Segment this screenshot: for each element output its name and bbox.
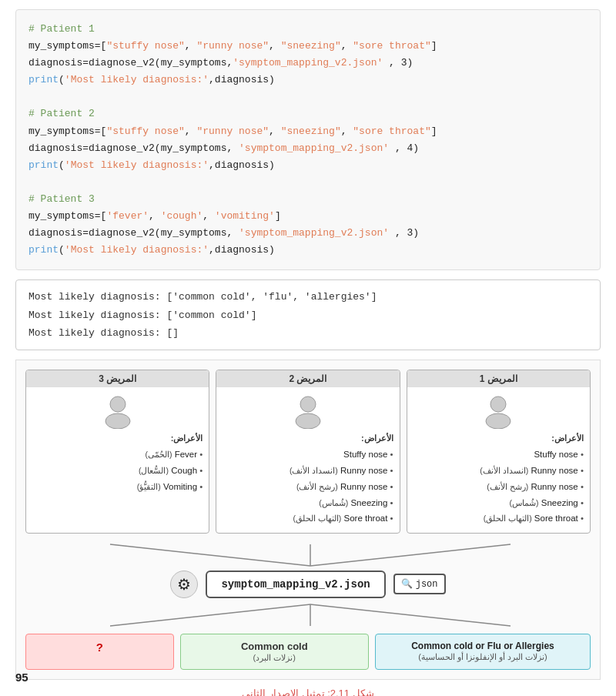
svg-line-6 [110, 544, 310, 566]
output-line2: Most likely diagnosis: ['common cold'] [28, 306, 588, 324]
patient3-avatar [99, 392, 136, 429]
comment-patient2: # Patient 2 [28, 108, 95, 119]
mapping-filename: symptom_mapping_v2.json [221, 578, 370, 591]
svg-point-1 [105, 413, 130, 429]
patient1-symptoms-list: Stuffy nose Runny nose (انسداد الأنف) Ru… [413, 447, 584, 526]
svg-point-2 [300, 397, 316, 412]
patient3-symptom-1: Fever (الحُمّى) [32, 447, 203, 463]
patient1-section: # Patient 1 my_symptoms=["stuffy nose", … [28, 21, 588, 89]
connector-lines-bottom [25, 604, 591, 627]
mapping-file-box: symptom_mapping_v2.json [206, 571, 385, 598]
json-badge: 🔍 json [393, 574, 446, 594]
patient3-symptoms-list: Fever (الحُمّى) Cough (السُّعال) Vomitin… [32, 447, 203, 494]
patient3-header: المريض 3 [26, 370, 209, 387]
diagram-area: المريض 3 الأعراض: Fever (الحُمّى) Cough … [15, 360, 601, 679]
patient2-symptom-1: Stuffy nose [223, 447, 393, 463]
comment-patient3: # Patient 3 [28, 193, 95, 205]
result-box-common-cold: Common cold (نزلات البرد) [180, 634, 369, 670]
comment-patient1: # Patient 1 [28, 23, 95, 35]
result2-en: Common cold [187, 641, 362, 652]
svg-line-8 [310, 544, 511, 566]
patient1-symptom-5: Sore throat (التهاب الحلق) [413, 510, 584, 527]
patient2-symptom-3: Runny nose (رشح الأنف) [223, 479, 393, 495]
output-block: Most likely diagnosis: ['common cold', '… [15, 279, 601, 350]
svg-point-3 [296, 413, 320, 429]
patient1-header: المريض 1 [407, 370, 590, 387]
result3-en: Common cold or Flu or Allergies [382, 641, 584, 651]
result2-ar: (نزلات البرد) [253, 653, 296, 662]
patient1-line2: diagnosis=diagnose_v2(my_symptoms,'sympt… [28, 57, 413, 69]
output-line3: Most likely diagnosis: [] [28, 324, 588, 342]
svg-point-0 [110, 397, 126, 412]
patient1-line3: print('Most likely diagnosis:',diagnosis… [28, 74, 275, 85]
figure-caption: شكل 2.11: تمثيل الإصدار الثاني [15, 688, 601, 696]
patient1-avatar [480, 392, 517, 429]
patient3-symptoms-title: الأعراض: [32, 433, 203, 443]
patient-cards-row: المريض 3 الأعراض: Fever (الحُمّى) Cough … [25, 370, 591, 533]
patient2-symptom-2: Runny nose (انسداد الأنف) [223, 463, 393, 479]
patient3-line2: diagnosis=diagnose_v2(my_symptoms, 'symp… [28, 227, 419, 239]
connector-lines-top [25, 544, 591, 567]
svg-point-4 [490, 397, 506, 412]
result1-label: ? [96, 641, 103, 654]
svg-point-5 [486, 413, 511, 429]
search-icon: 🔍 [401, 578, 413, 590]
gear-icon: ⚙ [170, 571, 198, 598]
patient-card-2: المريض 2 الأعراض: Stuffy nose Runny nose… [216, 370, 400, 533]
patient2-symptoms-list: Stuffy nose Runny nose (انسداد الأنف) Ru… [223, 447, 393, 526]
patient2-symptom-4: Sneezing (شُماس) [223, 495, 393, 511]
output-line1: Most likely diagnosis: ['common cold', '… [28, 288, 588, 306]
svg-line-9 [110, 604, 310, 626]
result-box-multi-diagnosis: Common cold or Flu or Allergies (نزلات ا… [375, 634, 591, 670]
patient3-symptom-2: Cough (السُّعال) [32, 463, 203, 479]
patient-card-1: المريض 1 الأعراض: Stuffy nose Runny nose… [407, 370, 591, 533]
patient3-symptom-3: Vomiting (التقيُّؤ) [32, 479, 203, 495]
patient1-symptom-4: Sneezing (شُماس) [413, 495, 584, 511]
patient2-section: # Patient 2 my_symptoms=["stuffy nose", … [28, 105, 588, 173]
patient2-line1: my_symptoms=["stuffy nose", "runny nose"… [28, 125, 437, 137]
result-box-unknown: ? [25, 634, 174, 670]
patient-card-3: المريض 3 الأعراض: Fever (الحُمّى) Cough … [25, 370, 209, 533]
json-label: json [416, 579, 438, 590]
patient1-symptom-2: Runny nose (انسداد الأنف) [413, 463, 584, 479]
result3-ar: (نزلات البرد أو الإنفلونزا أو الحساسية) [418, 652, 547, 661]
results-row: ? Common cold (نزلات البرد) Common cold … [25, 634, 591, 670]
svg-line-11 [310, 604, 511, 626]
patient3-line3: print('Most likely diagnosis:',diagnosis… [28, 244, 275, 256]
patient2-symptom-5: Sore throat (التهاب الحلق) [223, 510, 393, 527]
patient2-line2: diagnosis=diagnose_v2(my_symptoms, 'symp… [28, 142, 419, 154]
patient1-symptom-1: Stuffy nose [413, 447, 584, 463]
patient3-section: # Patient 3 my_symptoms=['fever', 'cough… [28, 191, 588, 259]
patient2-avatar [290, 392, 326, 429]
patient1-symptom-3: Runny nose (رشح الأنف) [413, 479, 584, 495]
code-block: # Patient 1 my_symptoms=["stuffy nose", … [15, 9, 601, 270]
mapping-row: ⚙ symptom_mapping_v2.json 🔍 json [25, 571, 591, 598]
patient1-symptoms-title: الأعراض: [413, 433, 584, 443]
patient2-line3: print('Most likely diagnosis:',diagnosis… [28, 159, 275, 171]
patient1-line1: my_symptoms=["stuffy nose", "runny nose"… [28, 40, 437, 52]
patient2-header: المريض 2 [216, 370, 399, 387]
patient2-symptoms-title: الأعراض: [223, 433, 393, 443]
page-number: 95 [15, 671, 28, 684]
patient3-line1: my_symptoms=['fever', 'cough', 'vomiting… [28, 210, 281, 222]
